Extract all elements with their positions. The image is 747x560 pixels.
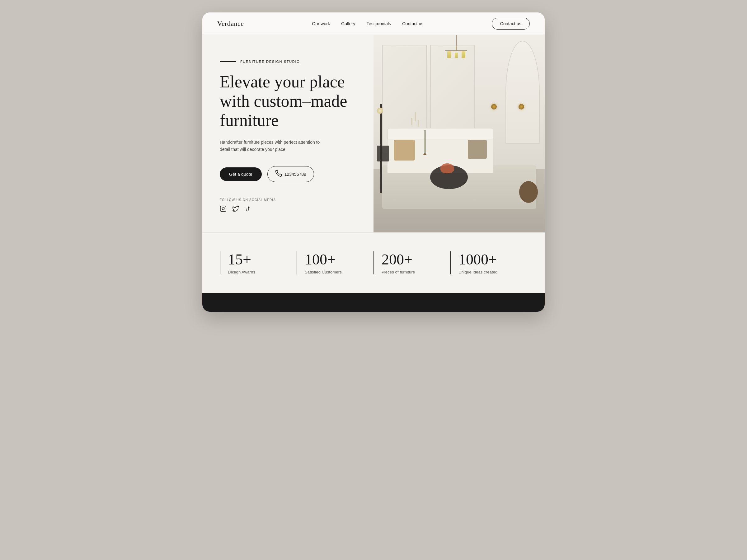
stat-label-awards: Design Awards (228, 270, 289, 274)
stat-label-customers: Satisfied Customers (305, 270, 366, 274)
nav-link-testimonials[interactable]: Testimonials (367, 21, 391, 26)
bowl (440, 163, 454, 173)
stat-furniture: 200+ Pieces of furniture (374, 251, 450, 274)
eyebrow-text: FURNITURE DESIGN STUDIO (240, 60, 300, 63)
candle-3 (418, 120, 419, 127)
stat-number-customers: 100+ (305, 251, 366, 268)
candle-2 (415, 112, 416, 121)
ottoman (519, 181, 538, 203)
stat-number-furniture: 200+ (382, 251, 443, 268)
stat-customers: 100+ Satisfied Customers (297, 251, 374, 274)
social-label: FOLLOW US ON SOCIAL MEDIA (220, 198, 356, 202)
stat-number-awards: 15+ (228, 251, 289, 268)
hero-title: Elevate your place with custom–made furn… (220, 72, 356, 130)
stat-number-ideas: 1000+ (459, 251, 520, 268)
hero-actions: Get a quote 123456789 (220, 166, 356, 182)
side-table (377, 145, 389, 161)
hero-section: FURNITURE DESIGN STUDIO Elevate your pla… (202, 35, 545, 232)
stat-design-awards: 15+ Design Awards (220, 251, 297, 274)
stat-ideas: 1000+ Unique ideas created (450, 251, 527, 274)
cushion-brown-1 (394, 140, 415, 161)
browser-window: Verdance Our work Gallery Testimonials C… (202, 12, 545, 312)
navbar: Verdance Our work Gallery Testimonials C… (202, 12, 545, 35)
nav-links: Our work Gallery Testimonials Contact us (312, 21, 423, 26)
hero-subtitle: Handcrafter furniture pieces with perfec… (220, 139, 326, 153)
nav-link-contact[interactable]: Contact us (402, 21, 423, 26)
twitter-icon[interactable] (232, 205, 239, 214)
nav-cta-button[interactable]: Contact us (492, 18, 530, 30)
tiktok-icon[interactable] (244, 205, 252, 214)
eyebrow-line (220, 61, 236, 62)
nav-link-our-work[interactable]: Our work (312, 21, 330, 26)
phone-number: 123456789 (284, 172, 306, 177)
hero-eyebrow: FURNITURE DESIGN STUDIO (220, 60, 356, 63)
social-icons (220, 205, 356, 214)
hero-content: FURNITURE DESIGN STUDIO Elevate your pla… (202, 35, 374, 232)
stat-label-furniture: Pieces of furniture (382, 270, 443, 274)
cushion-brown-2 (468, 140, 487, 159)
svg-point-2 (225, 207, 225, 208)
social-section: FOLLOW US ON SOCIAL MEDIA (220, 198, 356, 214)
room-scene (374, 35, 545, 232)
phone-button[interactable]: 123456789 (267, 166, 314, 182)
nav-link-gallery[interactable]: Gallery (341, 21, 355, 26)
stats-section: 15+ Design Awards 100+ Satisfied Custome… (202, 232, 545, 293)
footer-dark (202, 293, 545, 312)
svg-rect-0 (221, 206, 226, 212)
candle-1 (411, 118, 412, 125)
phone-icon (275, 170, 282, 178)
chandelier (445, 35, 467, 58)
hero-image (374, 35, 545, 232)
sofa-back (387, 128, 493, 139)
get-quote-button[interactable]: Get a quote (220, 167, 262, 181)
arch-panel (506, 41, 540, 143)
instagram-icon[interactable] (220, 205, 227, 214)
brand-logo: Verdance (217, 20, 244, 28)
stat-label-ideas: Unique ideas created (459, 270, 520, 274)
svg-point-1 (222, 208, 224, 210)
vase-plant (421, 130, 428, 169)
